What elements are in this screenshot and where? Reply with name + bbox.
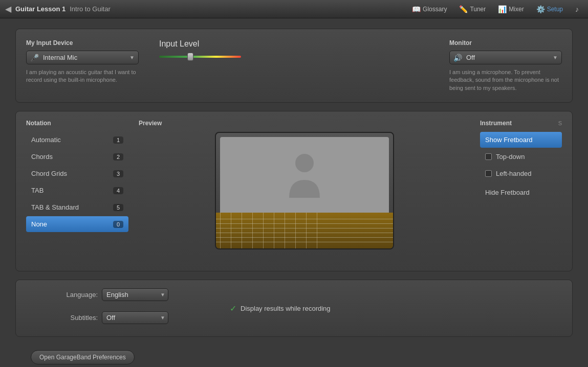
level-slider-track[interactable] (159, 53, 429, 61)
mixer-icon: 📊 (498, 5, 507, 13)
string-line-3 (216, 228, 393, 228)
input-level-section: Input Level (159, 39, 429, 61)
notation-none-badge: 0 (113, 221, 123, 228)
topbar: ◀ Guitar Lesson 1 Intro to Guitar 📖 Glos… (0, 0, 588, 18)
language-label: Language: (57, 291, 98, 299)
monitor-description: I am using a microphone. To prevent feed… (449, 68, 562, 92)
level-slider-thumb[interactable] (187, 53, 193, 61)
subtitles-label: Subtitles: (57, 314, 98, 322)
left-handed-checkbox[interactable] (485, 170, 492, 177)
nav-music[interactable]: ♪ (571, 4, 583, 14)
hide-fretboard-label: Hide Fretboard (485, 189, 530, 196)
display-results-label: Display results while recording (241, 305, 331, 312)
input-card: My Input Device 🎤 Internal Mic External … (15, 29, 573, 103)
notation-tab-label: TAB (31, 187, 43, 194)
top-down-checkbox[interactable] (485, 153, 492, 160)
instrument-panel: Instrument S Show Fretboard Top-down Lef… (480, 120, 562, 263)
subtitles-select[interactable]: Off On (102, 311, 168, 324)
notation-automatic-label: Automatic (31, 136, 61, 144)
left-handed-label: Left-handed (496, 170, 531, 177)
subtitles-group: Subtitles: Off On ▼ (57, 311, 168, 324)
notation-row: Notation Automatic 1 Chords 2 Chord Grid… (26, 120, 562, 263)
mixer-label: Mixer (509, 6, 524, 13)
instrument-panel-header: Instrument S (480, 120, 562, 127)
setup-icon: ⚙️ (536, 5, 545, 13)
display-results-group: ✓ Display results while recording (230, 304, 331, 313)
subtitles-select-wrapper: Off On ▼ (102, 311, 168, 324)
hide-fretboard-button[interactable]: Hide Fretboard (480, 185, 562, 200)
monitor-section: Monitor 🔊 Off On ▼ I am using a micropho… (449, 39, 562, 92)
nav-mixer[interactable]: 📊 Mixer (494, 4, 528, 14)
input-device-description: I am playing an acoustic guitar that I w… (26, 68, 139, 84)
string-line-6 (216, 242, 393, 242)
input-device-select[interactable]: Internal Mic External Mic (26, 51, 139, 64)
nav-tuner[interactable]: ✏️ Tuner (455, 4, 490, 14)
input-device-select-wrapper: 🎤 Internal Mic External Mic ▼ (26, 51, 139, 64)
string-line-2 (216, 223, 393, 224)
language-group: Language: English French German Spanish … (57, 288, 168, 301)
settings-card: Language: English French German Spanish … (15, 280, 573, 337)
show-fretboard-button[interactable]: Show Fretboard (480, 132, 562, 148)
setup-label: Setup (547, 6, 563, 13)
tuner-label: Tuner (470, 6, 486, 13)
preview-video-area (220, 137, 389, 213)
notation-item-tab[interactable]: TAB 4 (26, 182, 128, 198)
notation-item-none[interactable]: None 0 (26, 216, 128, 232)
show-fretboard-label: Show Fretboard (485, 136, 533, 144)
guitar-strings (216, 213, 393, 248)
nav-glossary[interactable]: 📖 Glossary (408, 4, 451, 14)
notation-item-chords[interactable]: Chords 2 (26, 149, 128, 165)
notation-item-automatic[interactable]: Automatic 1 (26, 132, 128, 148)
top-down-label: Top-down (496, 153, 525, 160)
level-slider-bg (159, 56, 241, 58)
instrument-panel-s: S (558, 120, 562, 126)
notation-tab-badge: 4 (113, 187, 123, 194)
monitor-select-wrapper: 🔊 Off On ▼ (449, 51, 562, 64)
top-down-button[interactable]: Top-down (480, 149, 562, 165)
input-device-section: My Input Device 🎤 Internal Mic External … (26, 39, 139, 84)
notation-chord-grids-badge: 3 (113, 170, 123, 177)
back-arrow-icon: ◀ (5, 4, 11, 14)
preview-panel: Preview (128, 120, 480, 263)
prefs-button-row: Open GarageBand Preferences (15, 345, 573, 367)
notation-tab-standard-badge: 5 (113, 204, 123, 211)
open-prefs-button[interactable]: Open GarageBand Preferences (31, 350, 135, 364)
instrument-panel-title: Instrument (480, 120, 512, 127)
notation-chord-grids-label: Chord Grids (31, 170, 67, 177)
preview-panel-title: Preview (139, 120, 162, 127)
notation-chords-badge: 2 (113, 153, 123, 160)
string-line-4 (216, 233, 393, 233)
input-level-label: Input Level (159, 39, 429, 49)
display-results-checkmark-icon: ✓ (230, 304, 236, 313)
notation-panel-title: Notation (26, 120, 128, 127)
notation-card: Notation Automatic 1 Chords 2 Chord Grid… (15, 111, 573, 271)
notation-chords-label: Chords (31, 153, 53, 160)
glossary-icon: 📖 (412, 5, 421, 13)
notation-automatic-badge: 1 (113, 136, 123, 144)
back-button[interactable]: ◀ (5, 4, 11, 14)
lesson-subtitle: Intro to Guitar (70, 5, 110, 13)
lesson-title: Guitar Lesson 1 (15, 5, 66, 13)
language-select[interactable]: English French German Spanish Japanese (102, 288, 168, 301)
notation-item-tab-standard[interactable]: TAB & Standard 5 (26, 199, 128, 215)
notation-item-chord-grids[interactable]: Chord Grids 3 (26, 166, 128, 181)
preview-box (215, 132, 394, 249)
notation-none-label: None (31, 220, 47, 228)
string-line-1 (216, 219, 393, 219)
input-device-label: My Input Device (26, 39, 139, 47)
settings-left: Language: English French German Spanish … (57, 288, 168, 328)
glossary-label: Glossary (423, 6, 447, 13)
music-icon: ♪ (575, 5, 579, 13)
tuner-icon: ✏️ (459, 5, 468, 13)
svg-point-0 (295, 154, 314, 172)
language-select-wrapper: English French German Spanish Japanese ▼ (102, 288, 168, 301)
string-line-5 (216, 237, 393, 238)
monitor-select[interactable]: Off On (449, 51, 562, 64)
silhouette-icon (284, 152, 325, 198)
notation-panel: Notation Automatic 1 Chords 2 Chord Grid… (26, 120, 128, 263)
preview-guitar-fretboard (216, 213, 393, 248)
notation-tab-standard-label: TAB & Standard (31, 203, 79, 211)
nav-setup[interactable]: ⚙️ Setup (532, 4, 567, 14)
monitor-label: Monitor (449, 39, 562, 47)
left-handed-button[interactable]: Left-handed (480, 166, 562, 181)
